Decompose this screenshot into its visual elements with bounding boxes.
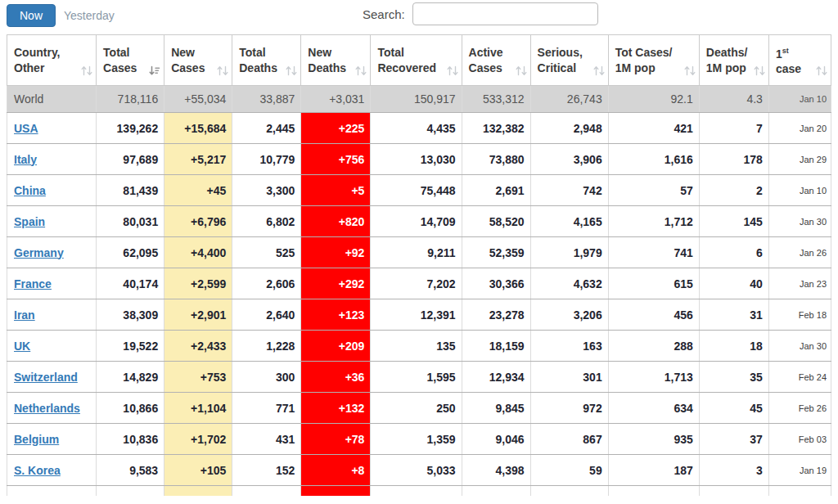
cell-new_cases: +2,599 [164, 268, 232, 299]
cell-total_deaths: 2,640 [232, 299, 301, 331]
cell-first_case: Jan 20 [768, 113, 831, 144]
country-link[interactable]: Spain [14, 215, 45, 228]
cell-deaths_per_1m: 4.3 [699, 86, 768, 113]
column-header-cases_per_1m[interactable]: Tot Cases/1M pop [608, 35, 699, 86]
cell-country: China [7, 175, 97, 206]
column-label-line: Total [377, 45, 454, 61]
cell-cases_per_1m: 288 [608, 331, 699, 362]
cell-active_cases: 52,359 [462, 237, 530, 268]
cell-cases_per_1m: 935 [608, 424, 699, 455]
cell-new_deaths: +820 [301, 206, 371, 237]
cell-deaths_per_1m: 18 [699, 331, 768, 362]
table-row-spain: Spain80,031+6,7966,802+82014,70958,5204,… [7, 206, 831, 237]
cell-country: USA [7, 113, 97, 144]
country-link[interactable]: France [14, 277, 52, 290]
cell-total_deaths: 1,228 [232, 331, 301, 362]
cell-total_recovered: 150,917 [371, 86, 462, 113]
country-link[interactable]: S. Korea [14, 464, 61, 477]
cell-deaths_per_1m: 7 [699, 113, 768, 144]
cell-new_cases: +105 [164, 455, 232, 486]
cell-active_cases: 18,159 [462, 331, 530, 362]
cell-new_cases: +1,104 [164, 393, 232, 424]
column-header-active_cases[interactable]: ActiveCases [462, 35, 530, 86]
sort-both-icon [684, 65, 696, 76]
cell-total_cases: 62,095 [97, 237, 164, 268]
column-header-total_deaths[interactable]: TotalDeaths [232, 35, 301, 86]
cell-cases_per_1m: 421 [608, 113, 699, 144]
country-link[interactable]: Iran [14, 308, 35, 322]
cell-first_case: Feb 26 [768, 393, 831, 424]
cell-total_deaths: 2,606 [232, 268, 301, 299]
cell-total_recovered: 135 [371, 331, 462, 362]
header-row: Country,OtherTotalCasesNewCasesTotalDeat… [7, 35, 831, 86]
country-link[interactable]: Switzerland [14, 371, 78, 384]
sort-both-icon [516, 65, 527, 76]
cell-new_deaths: +36 [301, 362, 371, 393]
toolbar: Now Yesterday Search: [0, 0, 838, 34]
column-header-serious_critical[interactable]: Serious,Critical [530, 35, 608, 86]
table-row-s-korea: S. Korea9,583+105152+85,0334,398591873Ja… [7, 455, 831, 486]
yesterday-link[interactable]: Yesterday [64, 9, 115, 22]
column-header-new_cases[interactable]: NewCases [164, 35, 232, 86]
cell-new_deaths: +756 [301, 144, 371, 175]
country-link[interactable]: UK [14, 340, 30, 353]
cell-new_cases: +4,400 [164, 237, 232, 268]
table-row-china: China81,439+453,300+575,4482,691742572Ja… [7, 175, 831, 206]
cell-serious_critical: 4,165 [530, 206, 608, 237]
search-group: Search: [363, 2, 598, 25]
column-label-line: Other [14, 61, 89, 76]
column-header-total_recovered[interactable]: TotalRecovered [371, 35, 462, 86]
cell-active_cases: 2,691 [462, 175, 530, 206]
country-link[interactable]: USA [14, 122, 38, 135]
country-link[interactable]: Belgium [14, 433, 59, 446]
column-header-country[interactable]: Country,Other [7, 35, 97, 86]
cell-total_deaths: 33,887 [232, 86, 301, 113]
cell-new_cases: +55,034 [164, 86, 232, 113]
column-label-line: 1st [776, 43, 824, 62]
cell-total_deaths: 2,445 [232, 113, 301, 144]
cell-cases_per_1m: 456 [608, 299, 699, 331]
cell-cases_per_1m: 1,713 [608, 362, 699, 393]
now-button[interactable]: Now [7, 4, 56, 27]
country-link[interactable]: Germany [14, 246, 64, 259]
cell-total_recovered: 9,211 [371, 237, 462, 268]
cell-new_deaths: +92 [301, 237, 371, 268]
cell-new_cases: +45 [164, 175, 232, 206]
column-header-deaths_per_1m[interactable]: Deaths/1M pop [699, 35, 768, 86]
cell-first_case: Jan 23 [768, 268, 831, 299]
search-input[interactable] [412, 2, 598, 25]
cell-first_case: Jan 29 [768, 144, 831, 175]
column-header-first_case[interactable]: 1stcase [768, 35, 831, 86]
covid-stats-table: Country,OtherTotalCasesNewCasesTotalDeat… [7, 34, 831, 496]
cell-active_cases: 132,382 [462, 113, 530, 144]
country-link[interactable]: Netherlands [14, 402, 80, 415]
sort-both-icon [217, 65, 228, 76]
table-body: World718,116+55,03433,887+3,031150,91753… [7, 86, 831, 496]
cell-new_cases: +1,702 [164, 424, 232, 455]
cell-serious_critical: 163 [530, 331, 608, 362]
column-label-line: Total [103, 45, 157, 61]
cell-cases_per_1m: 615 [608, 268, 699, 299]
country-link[interactable]: China [14, 184, 46, 197]
cell-serious_critical: 2,948 [530, 113, 608, 144]
cell-country: World [7, 86, 97, 113]
country-link[interactable]: Italy [14, 153, 37, 166]
column-label-line: Critical [538, 61, 601, 76]
cell-serious_critical: 4,632 [530, 268, 608, 299]
cell-new_deaths: +132 [301, 393, 371, 424]
column-header-total_cases[interactable]: TotalCases [97, 35, 164, 86]
cell-first_case: Feb 24 [768, 362, 831, 393]
column-header-new_deaths[interactable]: NewDeaths [301, 35, 371, 86]
cell-total_deaths: 300 [232, 362, 301, 393]
table-header: Country,OtherTotalCasesNewCasesTotalDeat… [7, 35, 831, 86]
cell-cases_per_1m: 57 [608, 175, 699, 206]
cell-country: UK [7, 331, 97, 362]
cell-deaths_per_1m: 2 [699, 175, 768, 206]
cell-new_cases: +2,901 [164, 299, 232, 331]
cell-deaths_per_1m: 40 [699, 268, 768, 299]
cell-first_case: Jan 30 [768, 331, 831, 362]
cell-total_recovered: 250 [371, 393, 462, 424]
cell-country: Spain [7, 206, 97, 237]
cell-total_deaths: 3,300 [232, 175, 301, 206]
cell-active_cases: 9,046 [462, 424, 530, 455]
